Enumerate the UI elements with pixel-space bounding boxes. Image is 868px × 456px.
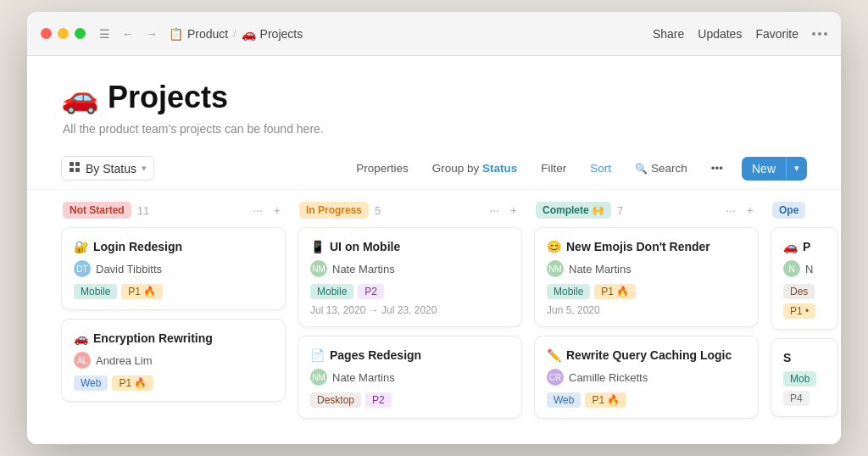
card-icon: 🚗 (783, 240, 798, 253)
card[interactable]: 😊New Emojis Don't RenderNMNate MartinsMo… (534, 227, 759, 327)
view-selector[interactable]: By Status ▾ (61, 156, 154, 181)
traffic-lights (41, 28, 86, 39)
card-tag: Web (74, 375, 108, 391)
card-assignee: CRCamille Ricketts (547, 369, 746, 386)
column-status-badge: In Progress (299, 202, 369, 219)
breadcrumb-projects-label: Projects (260, 27, 303, 41)
card-tag: Mobile (310, 284, 353, 299)
svg-rect-0 (70, 162, 74, 166)
sort-button[interactable]: Sort (585, 158, 616, 178)
favorite-button[interactable]: Favorite (755, 27, 798, 41)
assignee-name: David Tibbitts (96, 263, 162, 275)
card[interactable]: 🚗PNNDesP1 • (771, 227, 838, 330)
close-button[interactable] (41, 28, 52, 39)
column-more-button[interactable]: ··· (486, 202, 503, 219)
card-tags: MobileP1 🔥 (74, 284, 273, 299)
toolbar: By Status ▾ Properties Group by Status F… (27, 149, 841, 190)
card-tags: MobileP2 (310, 284, 509, 299)
assignee-name: Camille Ricketts (569, 371, 648, 384)
forward-icon[interactable]: → (143, 25, 160, 42)
card[interactable]: 📄Pages RedesignNMNate MartinsDesktopP2 (298, 336, 522, 419)
card-title: ✏️Rewrite Query Caching Logic (547, 348, 746, 362)
card-assignee: DTDavid Tibbitts (74, 260, 273, 277)
card-tag: Mobile (74, 284, 117, 299)
column-status-badge: Not Started (63, 202, 131, 219)
card-icon: ✏️ (547, 348, 561, 362)
card-tag: Web (547, 392, 581, 408)
column-open: Ope🚗PNNDesP1 •SMobP4 (771, 202, 838, 444)
column-status-badge: Ope (772, 202, 805, 219)
card[interactable]: 🚗Encryption RewritingALAndrea LimWebP1 🔥 (61, 319, 286, 402)
column-more-button[interactable]: ··· (249, 202, 266, 219)
assignee-name: Nate Martins (569, 263, 632, 275)
more-options-button[interactable] (812, 32, 827, 36)
share-button[interactable]: Share (653, 27, 684, 41)
breadcrumb-projects[interactable]: 🚗 Projects (242, 27, 303, 41)
column-header-in-progress: In Progress5···+ (298, 202, 522, 219)
card-tag: P2 (358, 284, 384, 299)
column-not-started: Not Started11···+🔐Login RedesignDTDavid … (61, 202, 286, 444)
back-icon[interactable]: ← (120, 25, 136, 42)
card-title: S (783, 351, 826, 364)
card-tags: DesP1 • (783, 284, 826, 319)
page-content: 🚗 Projects All the product team's projec… (27, 56, 841, 444)
minimize-button[interactable] (58, 28, 69, 39)
grid-view-icon (69, 161, 81, 175)
more-toolbar-button[interactable]: ••• (706, 158, 728, 178)
column-more-button[interactable]: ··· (722, 202, 739, 219)
column-add-button[interactable]: + (270, 202, 284, 219)
column-header-actions: ···+ (722, 202, 757, 219)
column-count: 7 (617, 204, 623, 217)
card-icon: 📄 (310, 348, 325, 362)
filter-button[interactable]: Filter (536, 158, 571, 178)
card-icon: 🔐 (74, 240, 88, 253)
column-in-progress: In Progress5···+📱UI on MobileNMNate Mart… (298, 202, 522, 444)
column-header-actions: ···+ (486, 202, 520, 219)
svg-rect-1 (75, 162, 80, 166)
page-title-text: Projects (108, 80, 228, 115)
search-button[interactable]: 🔍 Search (630, 158, 693, 178)
card-tag: P1 🔥 (594, 284, 636, 299)
card-tag: P1 🔥 (112, 375, 153, 391)
view-label: By Status (86, 162, 136, 175)
assignee-name: Andrea Lim (96, 354, 152, 367)
new-button[interactable]: New ▾ (742, 157, 807, 181)
page-emoji-icon: 🚗 (61, 80, 99, 115)
card-title: 📄Pages Redesign (310, 348, 509, 362)
card-title-text: UI on Mobile (330, 240, 400, 253)
avatar: DT (74, 260, 91, 277)
properties-button[interactable]: Properties (351, 158, 414, 178)
assignee-name: Nate Martins (332, 371, 395, 384)
card[interactable]: 📱UI on MobileNMNate MartinsMobileP2Jul 1… (298, 227, 522, 327)
card-title: 🚗Encryption Rewriting (74, 331, 273, 345)
board-area: Not Started11···+🔐Login RedesignDTDavid … (27, 190, 841, 444)
card-tag: P1 🔥 (585, 392, 626, 408)
card-title-text: S (783, 351, 791, 364)
card-date: Jul 13, 2020 → Jul 23, 2020 (310, 304, 509, 316)
group-by-button[interactable]: Group by Status (427, 158, 523, 178)
column-count: 11 (137, 204, 149, 217)
column-add-button[interactable]: + (507, 202, 520, 219)
card-icon: 📱 (310, 240, 325, 253)
new-dropdown-icon[interactable]: ▾ (786, 158, 807, 179)
card[interactable]: SMobP4 (771, 338, 838, 417)
cards-container-open: 🚗PNNDesP1 •SMobP4 (771, 227, 838, 444)
card-title-text: Rewrite Query Caching Logic (566, 348, 732, 362)
new-button-label: New (742, 157, 786, 181)
column-add-button[interactable]: + (743, 202, 757, 219)
hamburger-icon[interactable]: ☰ (96, 25, 113, 42)
card[interactable]: ✏️Rewrite Query Caching LogicCRCamille R… (534, 336, 759, 419)
card-tags: DesktopP2 (310, 392, 509, 408)
card[interactable]: 🔐Login RedesignDTDavid TibbittsMobileP1 … (61, 227, 286, 310)
avatar: NM (547, 260, 564, 277)
chevron-down-icon: ▾ (142, 163, 147, 174)
card-assignee: NN (783, 260, 826, 277)
breadcrumb-product[interactable]: 📋 Product (169, 27, 228, 41)
assignee-name: Nate Martins (332, 263, 395, 275)
updates-button[interactable]: Updates (698, 27, 742, 41)
card-tag: Mob (783, 371, 816, 386)
product-icon: 📋 (169, 27, 183, 41)
card-title-text: Pages Redesign (330, 348, 421, 362)
maximize-button[interactable] (75, 28, 86, 39)
avatar: AL (74, 352, 91, 369)
